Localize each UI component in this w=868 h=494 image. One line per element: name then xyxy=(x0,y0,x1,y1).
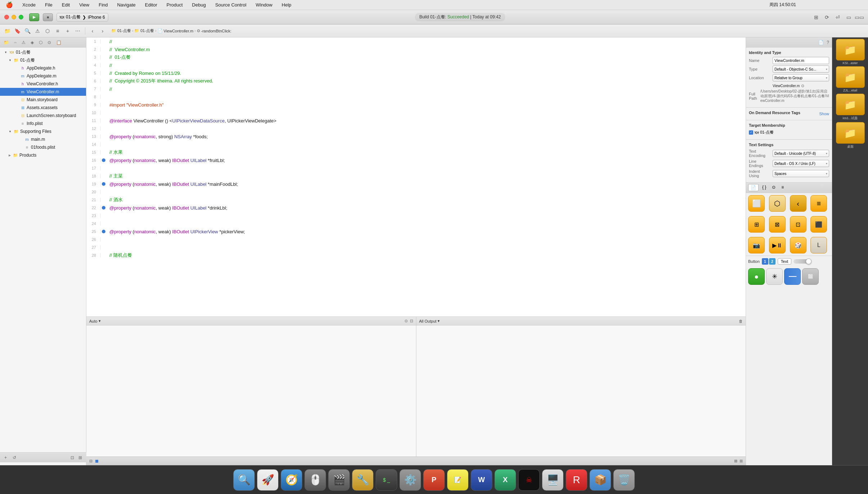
gray-box-icon[interactable]: ⬜ xyxy=(802,268,819,285)
layout-icon-1[interactable]: ⊞ xyxy=(812,13,820,22)
breadcrumb-method[interactable]: ⊙ -randomBtnClick: xyxy=(197,28,231,33)
spinner-icon[interactable]: ✳ xyxy=(766,268,783,285)
type-dropdown[interactable]: Default - Objective-C So... ▾ xyxy=(773,66,829,73)
sidebar-report-icon[interactable]: 📋 xyxy=(55,39,63,46)
layout-icon-5[interactable]: ▭▭ xyxy=(855,13,864,22)
menu-product[interactable]: Product xyxy=(165,1,184,8)
dock-word[interactable]: W xyxy=(471,469,492,491)
forward-icon[interactable]: › xyxy=(98,27,107,35)
dock-safari[interactable]: 🧭 xyxy=(281,469,302,491)
menu-debug[interactable]: Debug xyxy=(191,1,207,8)
dock-mouse[interactable]: 🖱️ xyxy=(304,469,326,491)
run-button[interactable]: ▶ xyxy=(29,13,39,21)
search-icon[interactable]: 🔍 xyxy=(23,27,32,35)
badge-2[interactable]: 2 xyxy=(769,258,776,265)
slider-control[interactable] xyxy=(794,259,812,264)
dock-toolbox[interactable]: 🔧 xyxy=(352,469,374,491)
folder-ios[interactable]: 📁 ios1...试题 xyxy=(834,94,867,121)
dots-icon[interactable]: ⋯ xyxy=(73,27,82,35)
sidebar-item-products[interactable]: ▶ 📁 Products xyxy=(0,151,86,159)
sidebar-item-viewcontroller-m[interactable]: m ViewController.m xyxy=(0,88,86,96)
add-file-button[interactable]: + xyxy=(3,454,8,461)
sidebar-breakpoint-icon[interactable]: ⊙ xyxy=(46,39,53,46)
sidebar-item-01foods-plist[interactable]: ≡ 01foods.plist xyxy=(0,143,86,151)
dock-system-pref[interactable]: ⚙️ xyxy=(399,469,421,491)
close-button[interactable] xyxy=(4,15,9,19)
code-view-icon[interactable]: { } xyxy=(760,184,768,191)
layout-icon-4[interactable]: ▭ xyxy=(844,13,853,22)
debug-clear-icon[interactable]: 🗑 xyxy=(739,319,743,323)
menu-editor[interactable]: Editor xyxy=(144,1,159,8)
file-inspector-icon[interactable]: 📄 xyxy=(818,40,824,45)
sidebar-item-group[interactable]: ▼ 📁 01-点餐 xyxy=(0,56,86,64)
text-button[interactable]: Text xyxy=(778,258,791,265)
menu-window[interactable]: Window xyxy=(254,1,274,8)
history-icon[interactable]: ↺ xyxy=(11,454,18,461)
error-count[interactable]: ⊞ xyxy=(740,459,743,463)
filter-icon-bottom[interactable]: ⊡ xyxy=(69,454,76,461)
file-view-icon[interactable]: 📄 xyxy=(748,184,759,191)
quick-help-icon[interactable]: ? xyxy=(827,40,829,45)
warning-icon[interactable]: ⚠ xyxy=(33,27,42,35)
sidebar-item-main-storyboard[interactable]: ⊟ Main.storyboard xyxy=(0,96,86,104)
sidebar-item-launchscreen[interactable]: ⊟ LaunchScreen.storyboard xyxy=(0,112,86,120)
widget-11[interactable]: 🎲 xyxy=(790,237,806,253)
breakpoint-indicator[interactable] xyxy=(102,182,105,186)
menu-source-control[interactable]: Source Control xyxy=(214,1,248,8)
maximize-button[interactable] xyxy=(19,15,23,19)
sidebar-item-viewcontroller-h[interactable]: h ViewController.h xyxy=(0,80,86,88)
dock-dark[interactable]: ☠ xyxy=(518,469,540,491)
sidebar-folder-icon[interactable]: 📁 xyxy=(2,39,10,46)
widget-7[interactable]: ⊡ xyxy=(790,216,806,233)
add-icon[interactable]: + xyxy=(63,27,72,35)
widget-10[interactable]: ▶⏸ xyxy=(769,237,786,253)
breadcrumb-file[interactable]: 📄 ViewController.m xyxy=(158,28,194,33)
list-view-icon[interactable]: ≡ xyxy=(779,184,786,191)
settings-view-icon[interactable]: ⊙ xyxy=(770,184,778,191)
menu-edit[interactable]: Edit xyxy=(60,1,71,8)
debug-filter-icon[interactable]: ⊡ xyxy=(410,319,413,323)
breadcrumb-group[interactable]: 📁 01-点餐 xyxy=(134,28,154,33)
widget-2[interactable]: ⬡ xyxy=(769,195,786,212)
sidebar-item-main-m[interactable]: m main.m xyxy=(0,135,86,143)
sidebar-item-appdelegate-m[interactable]: m AppDelegate.m xyxy=(0,72,86,80)
folder-icon[interactable]: 📁 xyxy=(3,27,12,35)
warning-count[interactable]: ⊠ xyxy=(734,459,737,463)
widget-8[interactable]: ⬛ xyxy=(810,216,827,233)
dock-launchpad[interactable]: 🚀 xyxy=(257,469,279,491)
output-selector[interactable]: All Output ▾ xyxy=(419,319,440,323)
expand-icon[interactable]: ⊟ xyxy=(89,459,92,463)
reveal-icon[interactable]: ⊙ xyxy=(801,84,804,88)
editor-top[interactable]: 1//2// ViewController.m3// 01-点餐4//5// C… xyxy=(86,37,746,317)
menu-xcode[interactable]: Xcode xyxy=(21,1,37,8)
menu-navigate[interactable]: Navigate xyxy=(116,1,137,8)
sidebar-warning-icon[interactable]: ⚠ xyxy=(20,39,27,46)
menu-file[interactable]: File xyxy=(44,1,54,8)
widget-6[interactable]: ⊠ xyxy=(769,216,786,233)
sort-icon[interactable]: ⊞ xyxy=(77,454,83,461)
endings-dropdown[interactable]: Default - OS X / Unix (LF) ▾ xyxy=(773,160,829,167)
widget-5[interactable]: ⊞ xyxy=(748,216,765,233)
membership-checkbox[interactable]: ✓ xyxy=(749,130,753,135)
dock-red[interactable]: R xyxy=(566,469,587,491)
sidebar-item-infoplist[interactable]: ≡ Info.plist xyxy=(0,120,86,127)
dock-monitor[interactable]: 🖥️ xyxy=(542,469,564,491)
sidebar-debug-icon[interactable]: ⬡ xyxy=(37,39,44,46)
scheme-selector[interactable]: 🍽 01-点餐 ❯ iPhone 6 xyxy=(56,13,108,22)
dock-dvd[interactable]: 🎬 xyxy=(328,469,350,491)
apple-menu[interactable]: 🍎 xyxy=(4,1,14,9)
layout-icon-2[interactable]: ⟳ xyxy=(823,13,831,22)
location-dropdown[interactable]: Relative to Group ▾ xyxy=(773,74,829,81)
menu-help[interactable]: Help xyxy=(280,1,293,8)
breakpoint-indicator[interactable] xyxy=(102,230,105,233)
name-input[interactable] xyxy=(773,57,829,64)
sidebar-item-root[interactable]: ▼ 🍽 01-点餐 xyxy=(0,48,86,56)
sidebar-item-supporting-files[interactable]: ▼ 📁 Supporting Files xyxy=(0,127,86,135)
dock-notes[interactable]: 📝 xyxy=(447,469,469,491)
breakpoint-indicator[interactable] xyxy=(102,206,105,210)
widget-4[interactable]: ≡ xyxy=(810,195,827,212)
encoding-dropdown[interactable]: Default - Unicode (UTF-8) ▾ xyxy=(773,150,829,157)
slider-icon[interactable]: ━━━ xyxy=(784,268,801,285)
widget-12[interactable]: L xyxy=(810,237,827,253)
debug-icon[interactable]: ⬡ xyxy=(43,27,52,35)
